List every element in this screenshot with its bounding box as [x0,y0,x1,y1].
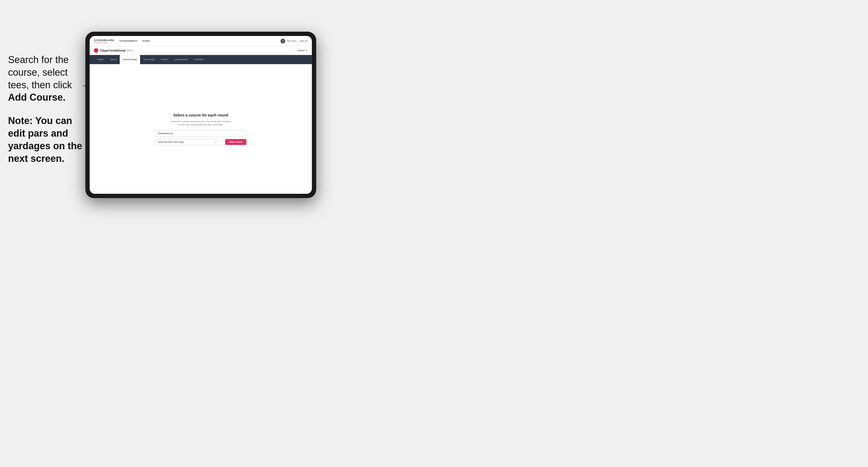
tab-results[interactable]: Results [158,55,171,64]
instruction-bold: Add Course. [8,92,65,103]
tournament-icon: C [94,48,98,53]
user-area: T Test User | Sign out [280,39,308,43]
tee-clear-icon[interactable]: ✕ [215,141,217,143]
course-search-input[interactable] [155,130,246,136]
add-course-button[interactable]: Add Course [225,139,246,145]
user-avatar: T [280,39,285,43]
tournament-title-area: C Clippd Invitational (Men) [94,48,133,53]
tournament-name: Clippd Invitational [100,49,125,52]
main-content: Select a course for each round Search fo… [90,64,312,194]
panel-description: Search for a course and select a tee. Yo… [170,120,231,126]
logo-area: SCOREBOARD Powered by clippd [94,39,114,43]
tee-select-controls: ✕ ⌃ [215,141,220,143]
tee-chevron-icon[interactable]: ⌃ [218,141,220,143]
cancel-button[interactable]: Cancel ✕ [297,49,308,52]
instruction-panel: Search for the course, select tees, then… [8,54,86,165]
instruction-note: Note: You can edit pars and yardages on … [8,115,86,165]
tab-printables[interactable]: Printables [191,55,207,64]
instruction-text-1: Search for the course, select tees, then… [8,54,86,104]
tee-select-row: Gold (M) (M) (7010 yds) ✕ ⌃ Add Course [155,139,246,145]
tournament-type: (Men) [127,49,133,52]
tab-course-setup[interactable]: Course Setup [120,55,140,64]
tab-leaderboards[interactable]: Leaderboards [171,55,191,64]
top-nav: SCOREBOARD Powered by clippd TOURNAMENTS… [90,36,312,46]
tab-tee-groups[interactable]: Tee Groups [140,55,158,64]
nav-tournaments[interactable]: TOURNAMENTS [119,40,138,42]
panel-title: Select a course for each round [174,113,228,117]
logo-title: SCOREBOARD [94,39,114,41]
nav-links: TOURNAMENTS TEAMS [119,40,280,42]
tab-nav: Details Teams Course Setup Tee Groups Re… [90,55,312,64]
tab-details[interactable]: Details [94,55,107,64]
nav-separator: | [298,40,298,42]
logo-sub: Powered by clippd [94,41,114,43]
tablet-frame: SCOREBOARD Powered by clippd TOURNAMENTS… [85,32,316,198]
tee-dropdown[interactable]: Gold (M) (M) (7010 yds) ✕ ⌃ [155,139,223,145]
tournament-header: C Clippd Invitational (Men) Cancel ✕ [90,46,312,55]
sign-out-link[interactable]: Sign out [300,40,308,42]
user-name: Test User [287,40,296,42]
tab-teams[interactable]: Teams [107,55,120,64]
course-select-panel: Select a course for each round Search fo… [155,113,246,145]
nav-teams[interactable]: TEAMS [142,40,150,42]
tablet-screen: SCOREBOARD Powered by clippd TOURNAMENTS… [90,36,312,194]
tee-value: Gold (M) (M) (7010 yds) [158,141,184,143]
